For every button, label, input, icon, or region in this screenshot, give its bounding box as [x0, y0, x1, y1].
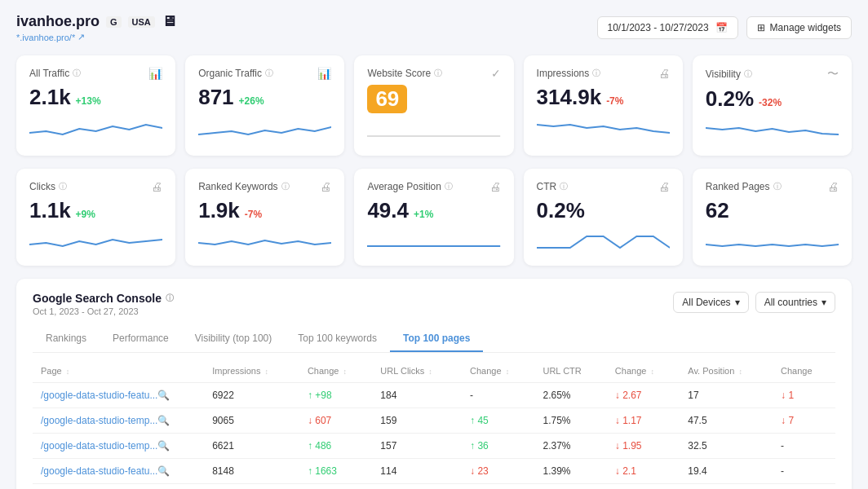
header-left: ivanhoe.pro G USA 🖥 *.ivanhoe.pro/* ↗	[16, 13, 176, 42]
cell-imp-change: ↑ +98	[299, 383, 372, 408]
gsc-filters: All Devices ▾ All countries ▾	[673, 292, 835, 313]
external-link-icon: ↗	[78, 32, 85, 42]
cell-imp-change: ↑ 1663	[299, 459, 372, 484]
cell-ctr-change: ↓ 1.95	[607, 434, 680, 459]
col-header-position[interactable]: Av. Position ↕	[680, 359, 773, 383]
tab-performance[interactable]: Performance	[100, 326, 182, 352]
info-icon[interactable]: ⓘ	[592, 68, 600, 79]
info-icon[interactable]: ⓘ	[434, 68, 442, 79]
cell-position: 19.4	[680, 459, 773, 484]
cell-pos-change: -	[773, 434, 835, 459]
g-badge: G	[106, 16, 122, 28]
cell-click-change: ↑ 36	[462, 434, 534, 459]
header: ivanhoe.pro G USA 🖥 *.ivanhoe.pro/* ↗ 10…	[16, 13, 852, 42]
mini-chart-visibility	[706, 118, 839, 143]
card-ranked-pages: Ranked Pages ⓘ 🖨 62	[693, 169, 852, 266]
col-header-page[interactable]: Page ↕	[33, 359, 204, 383]
cell-ctr: 1.75%	[534, 408, 606, 434]
table-row: /google-data-studio-featu...🔍 8148 ↑ 166…	[33, 459, 835, 484]
cell-position: 11.5	[680, 484, 773, 490]
devices-filter[interactable]: All Devices ▾	[673, 292, 748, 313]
tab-rankings[interactable]: Rankings	[33, 326, 100, 352]
mini-chart-organic-traffic	[198, 117, 331, 141]
cell-click-change: ↑ 45	[462, 408, 534, 434]
printer-icon: 🖨	[320, 180, 331, 193]
info-icon[interactable]: ⓘ	[281, 181, 290, 192]
cell-position: 17	[680, 383, 773, 408]
cell-pos-change: -	[773, 459, 835, 484]
card-visibility: Visibility ⓘ 〜 0.2% -32%	[693, 55, 852, 156]
cell-impressions: 6621	[204, 434, 299, 459]
table-row: /google-data-studio-featu...🔍 6922 ↑ +98…	[33, 383, 835, 408]
check-circle-icon: ✓	[491, 67, 501, 80]
cell-impressions: 6922	[204, 383, 299, 408]
col-header-pos-change[interactable]: Change	[773, 359, 835, 383]
card-ranked-keywords: Ranked Keywords ⓘ 🖨 1.9k -7%	[185, 169, 344, 266]
gsc-section: Google Search Console ⓘ Oct 1, 2023 - Oc…	[16, 279, 852, 489]
col-header-ctr[interactable]: URL CTR	[534, 359, 606, 383]
col-header-clicks[interactable]: URL Clicks ↕	[372, 359, 462, 383]
gsc-date: Oct 1, 2023 - Oct 27, 2023	[33, 306, 174, 316]
cell-ctr: 2.65%	[534, 383, 606, 408]
card-avg-position: Average Position ⓘ 🖨 49.4 +1%	[354, 169, 513, 266]
info-icon[interactable]: ⓘ	[73, 68, 81, 79]
mini-chart-avg-position	[367, 230, 500, 254]
table-row: /google-data-studio-temp...🔍 6621 ↑ 486 …	[33, 434, 835, 459]
col-header-impressions[interactable]: Impressions ↕	[204, 359, 299, 383]
cell-clicks: 157	[372, 434, 462, 459]
info-icon[interactable]: ⓘ	[560, 181, 568, 192]
cell-page[interactable]: /google-data-studio-featu...🔍	[33, 383, 204, 408]
info-icon[interactable]: ⓘ	[166, 293, 174, 304]
cell-pos-change: ↓ 7	[773, 408, 835, 434]
cell-click-change: ↓ 23	[462, 459, 534, 484]
site-link[interactable]: *.ivanhoe.pro/* ↗	[16, 32, 176, 42]
cell-pos-change: ↓ 1	[773, 383, 835, 408]
cell-page[interactable]: /google-data-studio-featu...🔍	[33, 459, 204, 484]
site-title: ivanhoe.pro G USA 🖥	[16, 13, 176, 30]
cell-ctr: 1.39%	[534, 459, 606, 484]
cell-page[interactable]: /google-data-studio-featu...🔍	[33, 484, 204, 490]
bar-chart-icon: 📊	[317, 67, 331, 80]
cell-position: 32.5	[680, 434, 773, 459]
mini-chart-impressions	[537, 117, 670, 141]
col-header-ctr-change[interactable]: Change ↕	[607, 359, 680, 383]
col-header-click-change[interactable]: Change ↕	[462, 359, 534, 383]
col-header-imp-change[interactable]: Change ↕	[299, 359, 372, 383]
cell-clicks: 159	[372, 408, 462, 434]
date-range-picker[interactable]: 10/1/2023 - 10/27/2023 📅	[597, 16, 738, 39]
tab-top100pages[interactable]: Top 100 pages	[390, 326, 483, 352]
cell-ctr: 6.24%	[534, 484, 606, 490]
monitor-icon: 🖥	[162, 13, 176, 30]
cell-impressions: 1650	[204, 484, 299, 490]
table-row: /google-data-studio-featu...🔍 1650 ↑ 45 …	[33, 484, 835, 490]
cell-imp-change: ↑ 45	[299, 484, 372, 490]
metric-cards-row1: All Traffic ⓘ 📊 2.1k +13% Organic Traffi…	[16, 55, 852, 156]
gsc-table-wrap: Page ↕ Impressions ↕ Change ↕ URL Clicks…	[33, 353, 835, 489]
printer-icon: 🖨	[658, 67, 670, 80]
gsc-header-left: Google Search Console ⓘ Oct 1, 2023 - Oc…	[33, 292, 174, 316]
manage-widgets-button[interactable]: ⊞ Manage widgets	[746, 16, 852, 39]
cell-page[interactable]: /google-data-studio-temp...🔍	[33, 434, 204, 459]
line-chart-icon: 〜	[827, 67, 839, 82]
cell-page[interactable]: /google-data-studio-temp...🔍	[33, 408, 204, 434]
bar-chart-icon: 📊	[148, 67, 162, 80]
cell-ctr: 2.37%	[534, 434, 606, 459]
card-all-traffic: All Traffic ⓘ 📊 2.1k +13%	[16, 55, 175, 156]
countries-filter[interactable]: All countries ▾	[755, 292, 835, 313]
cell-ctr-change: ↓ 5.55	[607, 484, 680, 490]
info-icon[interactable]: ⓘ	[773, 181, 782, 192]
cell-impressions: 9065	[204, 408, 299, 434]
table-row: /google-data-studio-temp...🔍 9065 ↓ 607 …	[33, 408, 835, 434]
tab-visibility[interactable]: Visibility (top 100)	[182, 326, 286, 352]
info-icon[interactable]: ⓘ	[59, 181, 67, 192]
info-icon[interactable]: ⓘ	[445, 181, 453, 192]
tab-top100keywords[interactable]: Top 100 keywords	[285, 326, 390, 352]
info-icon[interactable]: ⓘ	[265, 68, 273, 79]
printer-icon: 🖨	[827, 180, 839, 193]
cell-ctr-change: ↓ 2.1	[607, 459, 680, 484]
info-icon[interactable]: ⓘ	[744, 68, 752, 80]
card-ctr: CTR ⓘ 🖨 0.2%	[524, 169, 683, 266]
cell-ctr-change: ↓ 2.67	[607, 383, 680, 408]
mini-chart-all-traffic	[29, 117, 162, 141]
cell-clicks: 184	[372, 383, 462, 408]
